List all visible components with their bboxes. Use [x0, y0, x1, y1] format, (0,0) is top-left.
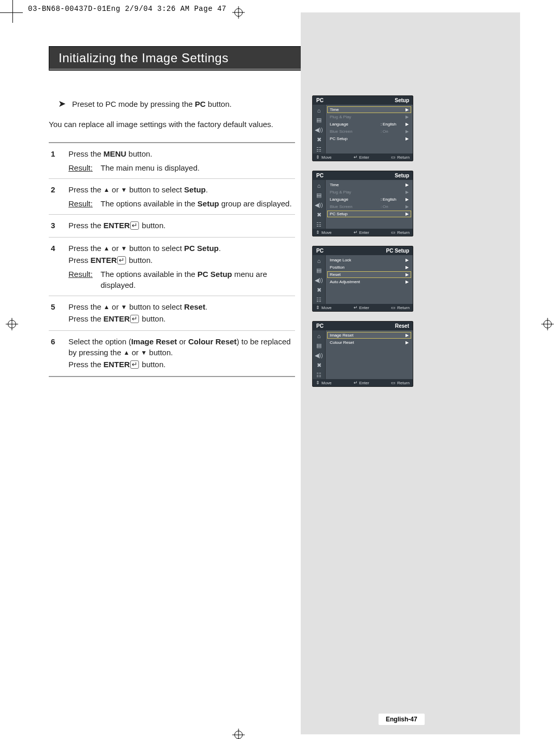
osd-footer: ⇕Move↵Enter▭Return — [313, 154, 413, 161]
osd-title: Setup — [395, 97, 409, 103]
result-text: The options available in the PC Setup me… — [101, 269, 295, 290]
osd-item-label: Language — [330, 197, 380, 202]
step-row: 1Press the MENU button.ResultThe main me… — [49, 143, 295, 179]
osd-item[interactable]: Plug & Play▶ — [327, 189, 411, 196]
osd-item-label: Time — [330, 183, 380, 187]
osd-item[interactable]: Language:English▶ — [327, 196, 411, 203]
step-text: Press the ENTER↵ button. — [68, 220, 295, 231]
osd-footer-enter: ↵Enter — [354, 230, 369, 235]
registration-mark — [232, 729, 245, 739]
chevron-right-icon: ▶ — [404, 190, 409, 194]
osd-item[interactable]: Blue Screen:On▶ — [327, 203, 411, 210]
step-body: Press the MENU button.ResultThe main men… — [68, 148, 295, 173]
osd-sidebar-icon: ⌂ — [314, 332, 324, 340]
step-number: 6 — [51, 336, 68, 371]
osd-item[interactable]: Colour Reset▶ — [327, 339, 411, 346]
page-title: Initializing the Image Settings — [49, 51, 229, 65]
chevron-right-icon: ▶ — [404, 272, 409, 277]
osd-sidebar-icon: ☷ — [314, 221, 324, 229]
registration-mark — [541, 318, 554, 330]
osd-header: PCSetup — [313, 171, 413, 180]
osd-sidebar-icon: ◀)) — [314, 126, 324, 134]
result-row: ResultThe main menu is displayed. — [68, 162, 295, 173]
osd-list: Image Lock▶Position▶Reset▶Auto Adjustmen… — [326, 255, 413, 304]
return-icon: ▭ — [391, 380, 396, 385]
osd-item[interactable]: Position▶ — [327, 264, 411, 271]
step-body: Press the ENTER↵ button. — [68, 220, 295, 232]
osd-footer: ⇕Move↵Enter▭Return — [313, 229, 413, 236]
osd-header: PCSetup — [313, 96, 413, 105]
step-row: 6Select the option (Image Reset or Colou… — [49, 331, 295, 377]
osd-footer-return: ▭Return — [391, 305, 410, 310]
step-text: Press the ENTER↵ button. — [68, 313, 295, 324]
step-text: Press the MENU button. — [68, 148, 295, 159]
preset-note: Preset to PC mode by pressing the PC but… — [72, 99, 232, 109]
osd-item[interactable]: PC Setup▶ — [327, 211, 411, 217]
osd-item-label: Time — [330, 107, 380, 112]
screenshot-column: PCSetup⌂▤◀))✖☷Time▶Plug & Play▶Language:… — [301, 12, 520, 734]
osd-title: PC Setup — [386, 248, 409, 254]
osd-item[interactable]: Time▶ — [327, 106, 411, 113]
osd-item[interactable]: Language:English▶ — [327, 121, 411, 128]
osd-item[interactable]: Image Reset▶ — [327, 332, 411, 339]
osd-item-label: Language — [330, 122, 380, 127]
osd-sidebar-icon: ☷ — [314, 371, 324, 379]
osd-footer-return: ▭Return — [391, 230, 410, 235]
step-number: 5 — [51, 301, 68, 325]
result-text: The main menu is displayed. — [101, 162, 295, 173]
chevron-right-icon: ▶ — [404, 340, 409, 345]
chevron-right-icon: ▶ — [404, 333, 409, 338]
osd-sidebar-icon: ⌂ — [314, 257, 324, 264]
osd-item-label: Position — [330, 265, 380, 270]
osd-item[interactable]: Blue Screen:On▶ — [327, 128, 411, 135]
step-text: Press the ▲ or ▼ button to select PC Set… — [68, 243, 295, 254]
osd-item[interactable]: Reset▶ — [327, 271, 411, 278]
step-text: Select the option (Image Reset or Colour… — [68, 336, 295, 358]
osd-title: Reset — [395, 323, 409, 329]
result-row: ResultThe options available in the PC Se… — [68, 269, 295, 290]
osd-body: ⌂▤◀))✖☷Image Lock▶Position▶Reset▶Auto Ad… — [313, 255, 413, 304]
osd-mode: PC — [316, 248, 324, 254]
osd-header: PCReset — [313, 322, 413, 330]
result-label: Result — [68, 198, 101, 209]
osd-item-label: PC Setup — [330, 212, 380, 216]
page-number: English-47 — [379, 714, 425, 725]
chevron-right-icon: ▶ — [404, 258, 409, 262]
result-label: Result — [68, 269, 101, 290]
osd-item-label: Plug & Play — [330, 190, 380, 194]
result-label: Result — [68, 162, 101, 173]
return-icon: ▭ — [391, 155, 396, 160]
osd-setup-pcsetup: PCSetup⌂▤◀))✖☷Time▶Plug & Play▶Language:… — [312, 171, 413, 236]
chevron-right-icon: ▶ — [404, 183, 409, 187]
osd-footer: ⇕Move↵Enter▭Return — [313, 304, 413, 311]
osd-list: Time▶Plug & Play▶Language:English▶Blue S… — [326, 180, 413, 229]
osd-sidebar: ⌂▤◀))✖☷ — [313, 330, 326, 379]
osd-sidebar-icon: ✖ — [314, 286, 324, 294]
step-body: Press the ▲ or ▼ button to select PC Set… — [68, 243, 295, 290]
enter-icon: ↵ — [354, 155, 358, 160]
chevron-right-icon: ▶ — [404, 197, 409, 202]
osd-item[interactable]: Image Lock▶ — [327, 257, 411, 263]
result-row: ResultThe options available in the Setup… — [68, 198, 295, 209]
osd-item-label: Auto Adjustment — [330, 280, 380, 284]
registration-mark — [232, 6, 245, 19]
osd-item-value: English — [383, 122, 404, 127]
enter-icon: ↵ — [354, 305, 358, 310]
osd-item[interactable]: Plug & Play▶ — [327, 114, 411, 120]
osd-body: ⌂▤◀))✖☷Time▶Plug & Play▶Language:English… — [313, 180, 413, 229]
move-icon: ⇕ — [316, 230, 320, 235]
osd-sidebar: ⌂▤◀))✖☷ — [313, 180, 326, 229]
osd-footer-return: ▭Return — [391, 380, 410, 385]
registration-mark — [6, 318, 18, 330]
chevron-right-icon: ▶ — [404, 136, 409, 141]
osd-item-label: Blue Screen — [330, 129, 380, 134]
step-row: 5Press the ▲ or ▼ button to select Reset… — [49, 296, 295, 331]
osd-item[interactable]: Time▶ — [327, 182, 411, 188]
chevron-right-icon: ▶ — [404, 265, 409, 270]
osd-reset-imagereset: PCReset⌂▤◀))✖☷Image Reset▶Colour Reset▶⇕… — [312, 321, 413, 387]
return-icon: ▭ — [391, 305, 396, 310]
osd-item[interactable]: Auto Adjustment▶ — [327, 278, 411, 285]
osd-sidebar-icon: ⌂ — [314, 106, 324, 114]
osd-item[interactable]: PC Setup▶ — [327, 135, 411, 142]
osd-footer-move: ⇕Move — [316, 230, 332, 235]
